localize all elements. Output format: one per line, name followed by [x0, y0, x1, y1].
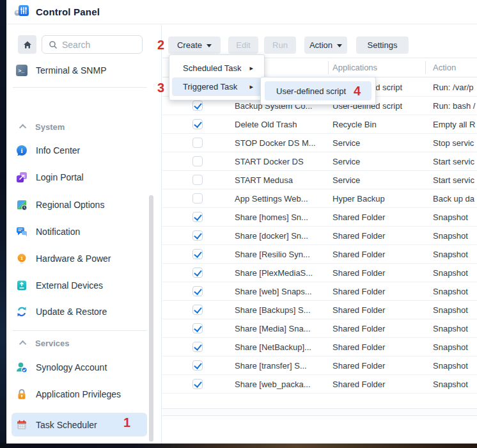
- row-action: Snapshot: [433, 227, 477, 245]
- create-button[interactable]: Create: [168, 36, 221, 54]
- row-task-name: START Docker DS: [235, 152, 304, 171]
- row-task-name: App Settings Web...: [235, 189, 308, 208]
- row-checkbox[interactable]: [192, 305, 203, 315]
- table-row[interactable]: Share [web] Snaps... Shared Folder Snaps…: [162, 282, 477, 301]
- row-checkbox[interactable]: [192, 323, 203, 333]
- row-checkbox[interactable]: [192, 342, 203, 352]
- row-task-name: Share [Backups] S...: [235, 301, 311, 319]
- table-row[interactable]: Share [homes] Sn... Shared Folder Snapsh…: [162, 208, 477, 227]
- search-input[interactable]: [62, 40, 126, 50]
- row-checkbox[interactable]: [192, 268, 203, 278]
- row-action: Snapshot: [433, 208, 477, 227]
- annotation-step-2: 2: [157, 38, 164, 51]
- row-action: Snapshot: [433, 264, 477, 282]
- table-row[interactable]: Share [transfer] S... Shared Folder Snap…: [162, 356, 477, 375]
- table-row[interactable]: Share [Media] Sna... Shared Folder Snaps…: [162, 319, 477, 338]
- row-task-name: Share [Resilio Syn...: [235, 245, 310, 264]
- submenu-arrow-icon: ▸: [249, 64, 253, 72]
- row-checkbox[interactable]: [192, 286, 203, 296]
- row-action: Snapshot: [433, 319, 477, 338]
- sidebar-item-notification[interactable]: Notification: [6, 222, 162, 241]
- menu-item-scheduled-task[interactable]: Scheduled Task▸: [172, 59, 262, 77]
- row-applications: Service: [332, 134, 360, 152]
- row-checkbox[interactable]: [192, 360, 203, 371]
- sidebar-item-synology-account[interactable]: Synology Account: [6, 358, 162, 377]
- table-row[interactable]: App Settings Web... Hyper Backup Back up…: [162, 189, 477, 208]
- row-task-name: Share [transfer] S...: [235, 356, 307, 375]
- row-action: Snapshot: [433, 282, 477, 301]
- row-task-name: Share [PlexMediaS...: [235, 264, 313, 282]
- sidebar-item-regional-options[interactable]: Regional Options: [6, 195, 162, 214]
- row-checkbox[interactable]: [192, 138, 203, 148]
- sidebar-item-update-restore[interactable]: Update & Restore: [6, 302, 162, 321]
- sidebar-item-hardware-power[interactable]: 1 Hardware & Power: [6, 249, 162, 268]
- table-row[interactable]: Share [Backups] S... Shared Folder Snaps…: [162, 301, 477, 319]
- sidebar-item-info-center[interactable]: i Info Center: [6, 141, 162, 160]
- chevron-up-icon: [19, 340, 26, 348]
- run-button[interactable]: Run: [264, 36, 296, 54]
- row-task-name: Share [homes] Sn...: [235, 208, 308, 227]
- svg-text:1: 1: [20, 256, 23, 260]
- table-row[interactable]: Share [web_packa... Shared Folder Snapsh…: [162, 375, 477, 394]
- table-row[interactable]: Share [Resilio Syn... Shared Folder Snap…: [162, 245, 477, 264]
- horizontal-scrollbar-track[interactable]: [162, 408, 477, 416]
- table-row[interactable]: Delete Old Trash Recycle Bin Empty all R: [162, 115, 477, 134]
- sidebar-scrollbar-thumb[interactable]: [149, 195, 153, 442]
- row-checkbox[interactable]: [192, 230, 203, 241]
- row-applications: Service: [332, 152, 360, 171]
- row-task-name: Share [web] Snaps...: [235, 282, 312, 301]
- row-task-name: STOP Docker DS M...: [235, 134, 316, 152]
- table-row[interactable]: Share [PlexMediaS... Shared Folder Snaps…: [162, 264, 477, 282]
- row-applications: Service: [332, 171, 360, 189]
- chevron-down-icon: [207, 44, 212, 47]
- row-checkbox[interactable]: [192, 119, 203, 129]
- table-row[interactable]: START Medusa Service Start servic: [162, 171, 477, 189]
- annotation-step-3: 3: [157, 81, 164, 94]
- action-button[interactable]: Action: [304, 36, 347, 54]
- search-box[interactable]: [42, 35, 143, 54]
- row-applications: Recycle Bin: [332, 115, 377, 134]
- notification-icon: [16, 226, 27, 237]
- sidebar-section-services[interactable]: Services: [6, 336, 162, 350]
- application-privileges-icon: [16, 388, 27, 400]
- task-scheduler-icon: [16, 419, 27, 431]
- row-task-name: Share [Media] Sna...: [235, 319, 311, 338]
- row-action: Snapshot: [433, 375, 477, 394]
- row-action: Start servic: [433, 171, 477, 189]
- home-button[interactable]: [18, 35, 36, 54]
- hardware-power-icon: 1: [16, 253, 27, 264]
- table-row[interactable]: STOP Docker DS M... Service Stop servic: [162, 134, 477, 152]
- svg-text:>_: >_: [19, 68, 25, 74]
- table-row[interactable]: START Docker DS Service Start servic: [162, 152, 477, 171]
- column-header-action[interactable]: Action: [433, 58, 456, 77]
- annotation-step-4: 4: [354, 84, 361, 97]
- sidebar-item-terminal-snmp[interactable]: >_ Terminal & SNMP: [6, 61, 162, 80]
- sidebar-item-external-devices[interactable]: External Devices: [6, 276, 162, 295]
- desktop-wallpaper-strip: [0, 443, 477, 448]
- synology-account-icon: [16, 362, 27, 373]
- sidebar-section-system[interactable]: System: [6, 120, 162, 134]
- row-checkbox[interactable]: [192, 249, 203, 259]
- settings-button[interactable]: Settings: [356, 36, 409, 54]
- row-action: Snapshot: [433, 356, 477, 375]
- home-icon: [22, 40, 33, 50]
- table-row[interactable]: Share [docker] Sn... Shared Folder Snaps…: [162, 227, 477, 245]
- table-row[interactable]: Share [NetBackup]... Shared Folder Snaps…: [162, 338, 477, 356]
- external-devices-icon: [16, 280, 27, 291]
- sidebar-divider: [13, 330, 147, 331]
- edit-button[interactable]: Edit: [228, 36, 258, 54]
- row-action: Empty all R: [433, 115, 477, 134]
- menu-item-triggered-task[interactable]: Triggered Task▸: [172, 77, 262, 96]
- sidebar-item-login-portal[interactable]: Login Portal: [6, 168, 162, 187]
- sidebar: >_ Terminal & SNMP System i Info Center: [6, 25, 162, 444]
- row-checkbox[interactable]: [192, 156, 203, 166]
- column-header-applications[interactable]: Applications: [332, 58, 377, 77]
- row-applications: Shared Folder: [332, 264, 385, 282]
- row-checkbox[interactable]: [192, 100, 203, 111]
- row-checkbox[interactable]: [192, 193, 203, 204]
- sidebar-item-application-privileges[interactable]: Application Privileges: [6, 385, 162, 404]
- row-checkbox[interactable]: [192, 212, 203, 222]
- row-checkbox[interactable]: [192, 379, 203, 389]
- row-action: Snapshot: [433, 338, 477, 356]
- row-checkbox[interactable]: [192, 175, 203, 185]
